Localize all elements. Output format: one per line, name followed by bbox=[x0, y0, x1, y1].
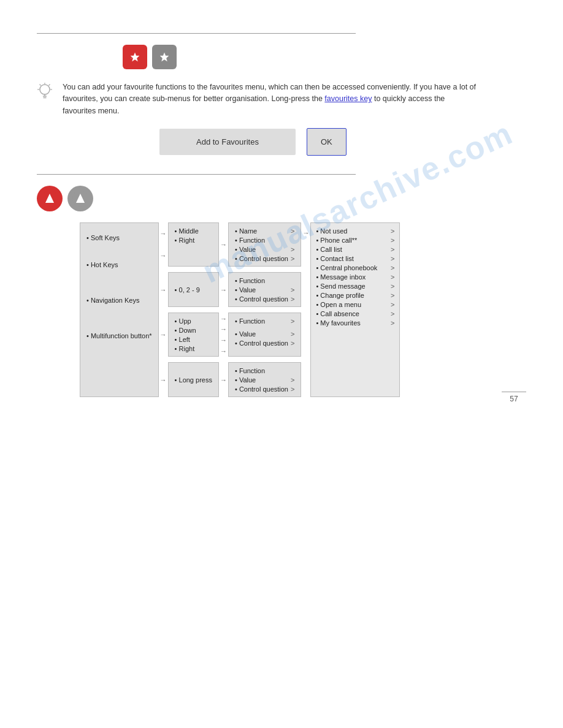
message-inbox-opt: Message inbox> bbox=[316, 272, 394, 281]
arrow-nk-down: → bbox=[218, 324, 228, 335]
arrow-sk-props: → bbox=[218, 223, 228, 267]
mf-control-question: Control question> bbox=[235, 384, 294, 393]
send-message-opt: Send message> bbox=[316, 281, 394, 290]
sk-properties-box: Name> Function Value> Control question> bbox=[228, 223, 301, 267]
svg-line-11 bbox=[40, 85, 41, 86]
key-types-box: Soft Keys Hot Keys Navigation Keys Multi… bbox=[80, 223, 159, 397]
flow-diagram: Soft Keys Hot Keys Navigation Keys Multi… bbox=[80, 222, 400, 397]
section2-divider bbox=[37, 174, 356, 175]
button-row: Add to Favourites OK bbox=[159, 128, 526, 156]
left-item: Left bbox=[175, 335, 212, 344]
page-number: 57 bbox=[502, 392, 526, 403]
mf-properties-box: Function Value> Control question> bbox=[228, 363, 301, 397]
call-absence-opt: Call absence> bbox=[316, 309, 394, 318]
contact-list-opt: Contact list> bbox=[316, 254, 394, 263]
arrow-nk: → bbox=[158, 313, 168, 357]
phone-call-opt: Phone call**> bbox=[316, 235, 394, 245]
function-prop: Function bbox=[235, 235, 294, 245]
favourites-inactive-icon bbox=[152, 45, 177, 69]
arrow-hk-props: → bbox=[218, 273, 228, 307]
hot-keys-sub-box: 0, 2 - 9 bbox=[168, 273, 218, 307]
arrow-sk-middle: → bbox=[158, 223, 168, 245]
arrow-nk-left: → bbox=[218, 335, 228, 346]
arrow-hk: → bbox=[158, 273, 168, 307]
icon-row bbox=[123, 45, 526, 69]
section2: Soft Keys Hot Keys Navigation Keys Multi… bbox=[37, 174, 526, 397]
multifunction-sub-box: Long press bbox=[168, 363, 218, 397]
call-list-opt: Call list> bbox=[316, 245, 394, 254]
ok-button[interactable]: OK bbox=[307, 128, 347, 156]
soft-keys-sub-box: Middle Right bbox=[168, 223, 218, 267]
arrow-mf-props: → bbox=[218, 363, 228, 397]
hk-control-question: Control question> bbox=[235, 294, 294, 303]
change-profile-opt: Change profile> bbox=[316, 290, 394, 300]
central-phonebook-opt: Central phonebook> bbox=[316, 263, 394, 272]
spacer3 bbox=[158, 357, 301, 363]
favourites-active-icon bbox=[123, 45, 147, 69]
nk-value: Value> bbox=[235, 329, 294, 338]
section1: You can add your favourite functions to … bbox=[37, 33, 526, 156]
value-prop: Value> bbox=[235, 245, 294, 254]
add-to-favourites-button[interactable]: Add to Favourites bbox=[159, 129, 296, 155]
right-item-sk: Right bbox=[175, 235, 212, 245]
open-a-menu-opt: Open a menu> bbox=[316, 300, 394, 309]
hk-value: Value> bbox=[235, 285, 294, 294]
multifunction-button-item: Multifunction button* bbox=[80, 321, 158, 348]
svg-point-5 bbox=[40, 85, 50, 94]
arrow-mf: → bbox=[158, 363, 168, 397]
middle-item: Middle bbox=[175, 226, 212, 235]
nk-function: Function> bbox=[235, 316, 294, 325]
mf-function: Function bbox=[235, 366, 294, 375]
my-favourites-opt: My favourites> bbox=[316, 318, 394, 327]
name-prop: Name> bbox=[235, 226, 294, 235]
nk-properties-box: Function> Value> Control question> bbox=[228, 313, 301, 357]
soft-keys-item: Soft Keys bbox=[80, 223, 158, 250]
arrow-to-options: → bbox=[301, 223, 311, 397]
arrow-nk-right: → bbox=[218, 346, 228, 357]
options-box: Not used> Phone call**> Call list> Conta… bbox=[311, 223, 400, 397]
spacer1 bbox=[158, 267, 301, 273]
tip-link[interactable]: favourites key bbox=[324, 94, 372, 103]
hk-function: Function bbox=[235, 276, 294, 285]
tip-body: You can add your favourite functions to … bbox=[63, 82, 480, 117]
nav-inactive-icon bbox=[67, 186, 93, 211]
svg-line-12 bbox=[49, 85, 50, 86]
navigation-keys-item: Navigation Keys bbox=[80, 287, 158, 321]
hk-properties-box: Function Value> Control question> bbox=[228, 273, 301, 307]
control-question-prop: Control question> bbox=[235, 254, 294, 263]
nav-active-icon bbox=[37, 186, 63, 211]
not-used-opt: Not used> bbox=[316, 226, 394, 235]
top-divider bbox=[37, 33, 356, 34]
arrow-nk-upp: → bbox=[218, 313, 228, 324]
long-press-item: Long press bbox=[175, 375, 212, 384]
nk-control-question: Control question> bbox=[235, 338, 294, 347]
down-item: Down bbox=[175, 325, 212, 335]
right-item-nk: Right bbox=[175, 344, 212, 353]
nav-icon-row bbox=[37, 186, 526, 211]
nav-keys-sub-box: Upp Down Left Right bbox=[168, 313, 218, 357]
tip-section: You can add your favourite functions to … bbox=[37, 82, 526, 117]
digits-item: 0, 2 - 9 bbox=[175, 285, 212, 294]
arrow-sk-right: → bbox=[158, 245, 168, 267]
upp-item: Upp bbox=[175, 316, 212, 325]
mf-value: Value> bbox=[235, 375, 294, 384]
lightbulb-icon bbox=[37, 83, 54, 105]
spacer2 bbox=[158, 307, 301, 313]
hot-keys-item: Hot Keys bbox=[80, 250, 158, 287]
